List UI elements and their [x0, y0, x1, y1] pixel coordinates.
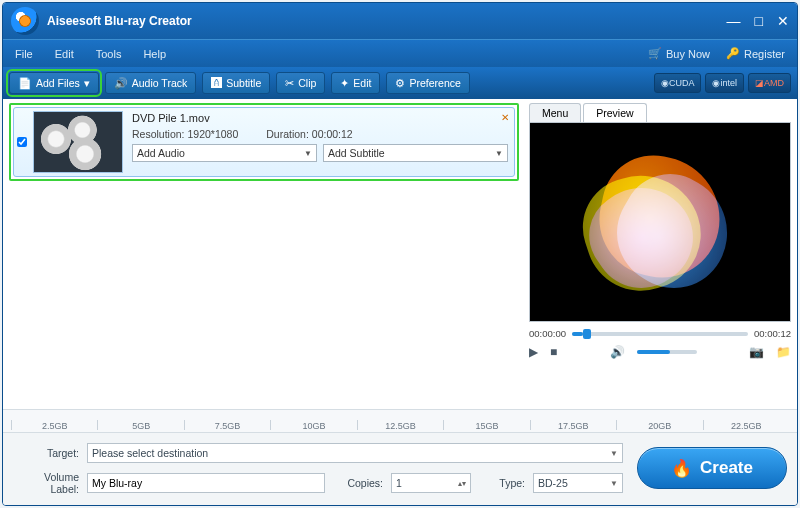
- volume-label-input[interactable]: [87, 473, 325, 493]
- volume-slider[interactable]: [637, 350, 697, 354]
- brand-cuda: ◉ CUDA: [654, 73, 702, 93]
- brand-amd-label: AMD: [764, 78, 784, 88]
- subtitle-icon: 🅰: [211, 78, 222, 89]
- seek-slider[interactable]: [572, 332, 748, 336]
- ruler-tick: 5GB: [132, 421, 150, 431]
- copies-label: Copies:: [333, 477, 383, 489]
- burn-icon: 🔥: [671, 458, 692, 479]
- brand-cuda-label: CUDA: [669, 78, 695, 88]
- audio-track-button[interactable]: 🔊Audio Track: [105, 72, 196, 94]
- key-icon: 🔑: [726, 47, 740, 60]
- play-button[interactable]: ▶: [529, 345, 538, 359]
- cart-icon: 🛒: [648, 47, 662, 60]
- menu-help[interactable]: Help: [143, 48, 166, 60]
- chevron-down-icon: ▼: [610, 479, 618, 488]
- type-value: BD-25: [538, 477, 568, 489]
- ruler-tick: 17.5GB: [558, 421, 589, 431]
- duration-label: Duration:: [266, 128, 309, 140]
- close-button[interactable]: ✕: [777, 13, 789, 29]
- buy-now-button[interactable]: 🛒Buy Now: [648, 47, 710, 60]
- preference-button[interactable]: ⚙Preference: [386, 72, 469, 94]
- create-label: Create: [700, 458, 753, 478]
- chevron-down-icon: ▼: [610, 449, 618, 458]
- snapshot-button[interactable]: 📷: [749, 345, 764, 359]
- file-item-checkbox[interactable]: [17, 137, 27, 147]
- tab-menu[interactable]: Menu: [529, 103, 581, 122]
- type-select[interactable]: BD-25▼: [533, 473, 623, 493]
- volume-icon[interactable]: 🔊: [610, 345, 625, 359]
- app-title: Aiseesoft Blu-ray Creator: [47, 14, 727, 28]
- subtitle-label: Subtitle: [226, 77, 261, 89]
- preview-image: [580, 147, 740, 297]
- subtitle-button[interactable]: 🅰Subtitle: [202, 72, 270, 94]
- menu-tools[interactable]: Tools: [96, 48, 122, 60]
- duration-value: 00:00:12: [312, 128, 353, 140]
- add-subtitle-label: Add Subtitle: [328, 147, 385, 159]
- copies-value: 1: [396, 477, 402, 489]
- title-bar: Aiseesoft Blu-ray Creator — □ ✕: [3, 3, 797, 39]
- tab-preview[interactable]: Preview: [583, 103, 646, 122]
- app-window: Aiseesoft Blu-ray Creator — □ ✕ File Edi…: [2, 2, 798, 506]
- add-files-label: Add Files: [36, 77, 80, 89]
- menu-edit[interactable]: Edit: [55, 48, 74, 60]
- wand-icon: ✦: [340, 78, 349, 89]
- brand-intel-label: intel: [720, 78, 737, 88]
- bottom-panel: Target: Please select destination▼ Volum…: [3, 433, 797, 505]
- clip-button[interactable]: ✂Clip: [276, 72, 325, 94]
- preview-viewport: [529, 122, 791, 322]
- target-select[interactable]: Please select destination▼: [87, 443, 623, 463]
- preference-label: Preference: [409, 77, 460, 89]
- register-button[interactable]: 🔑Register: [726, 47, 785, 60]
- add-subtitle-select[interactable]: Add Subtitle▼: [323, 144, 508, 162]
- add-audio-label: Add Audio: [137, 147, 185, 159]
- file-thumbnail: [33, 111, 123, 173]
- file-item[interactable]: DVD Pile 1.mov Resolution: 1920*1080 Dur…: [13, 107, 515, 177]
- open-folder-button[interactable]: 📁: [776, 345, 791, 359]
- spinner-icon: ▴▾: [458, 479, 466, 488]
- copies-spinner[interactable]: 1▴▾: [391, 473, 471, 493]
- preview-pane: Menu Preview 00:00:00 00:00:12 ▶ ■ 🔊: [525, 99, 797, 409]
- menu-file[interactable]: File: [15, 48, 33, 60]
- chevron-down-icon: ▼: [495, 149, 503, 158]
- file-list-pane: DVD Pile 1.mov Resolution: 1920*1080 Dur…: [3, 99, 525, 409]
- menu-bar: File Edit Tools Help 🛒Buy Now 🔑Register: [3, 39, 797, 67]
- target-label: Target:: [13, 447, 79, 459]
- time-total: 00:00:12: [754, 328, 791, 339]
- stop-button[interactable]: ■: [550, 345, 557, 359]
- edit-label: Edit: [353, 77, 371, 89]
- brand-amd: ◪ AMD: [748, 73, 791, 93]
- main-area: DVD Pile 1.mov Resolution: 1920*1080 Dur…: [3, 99, 797, 409]
- audio-track-label: Audio Track: [132, 77, 187, 89]
- ruler-tick: 2.5GB: [42, 421, 68, 431]
- minimize-button[interactable]: —: [727, 13, 741, 29]
- buy-now-label: Buy Now: [666, 48, 710, 60]
- ruler-tick: 7.5GB: [215, 421, 241, 431]
- add-audio-select[interactable]: Add Audio▼: [132, 144, 317, 162]
- gear-icon: ⚙: [395, 78, 405, 89]
- add-files-button[interactable]: 📄Add Files▾: [9, 72, 99, 94]
- speaker-icon: 🔊: [114, 78, 128, 89]
- remove-file-button[interactable]: ✕: [498, 111, 511, 124]
- size-ruler: 2.5GB 5GB 7.5GB 10GB 12.5GB 15GB 17.5GB …: [3, 409, 797, 433]
- add-file-icon: 📄: [18, 78, 32, 89]
- maximize-button[interactable]: □: [755, 13, 763, 29]
- ruler-tick: 10GB: [303, 421, 326, 431]
- ruler-tick: 12.5GB: [385, 421, 416, 431]
- app-logo-icon: [11, 7, 39, 35]
- scissors-icon: ✂: [285, 78, 294, 89]
- target-value: Please select destination: [92, 447, 208, 459]
- time-current: 00:00:00: [529, 328, 566, 339]
- volume-label-label: Volume Label:: [13, 471, 79, 495]
- register-label: Register: [744, 48, 785, 60]
- clip-label: Clip: [298, 77, 316, 89]
- chevron-down-icon: ▼: [304, 149, 312, 158]
- edit-button[interactable]: ✦Edit: [331, 72, 380, 94]
- file-item-highlight: DVD Pile 1.mov Resolution: 1920*1080 Dur…: [9, 103, 519, 181]
- brand-intel: ◉ intel: [705, 73, 744, 93]
- resolution-label: Resolution:: [132, 128, 185, 140]
- type-label: Type:: [479, 477, 525, 489]
- file-name: DVD Pile 1.mov: [132, 112, 508, 124]
- ruler-tick: 15GB: [475, 421, 498, 431]
- create-button[interactable]: 🔥Create: [637, 447, 787, 489]
- ruler-tick: 22.5GB: [731, 421, 762, 431]
